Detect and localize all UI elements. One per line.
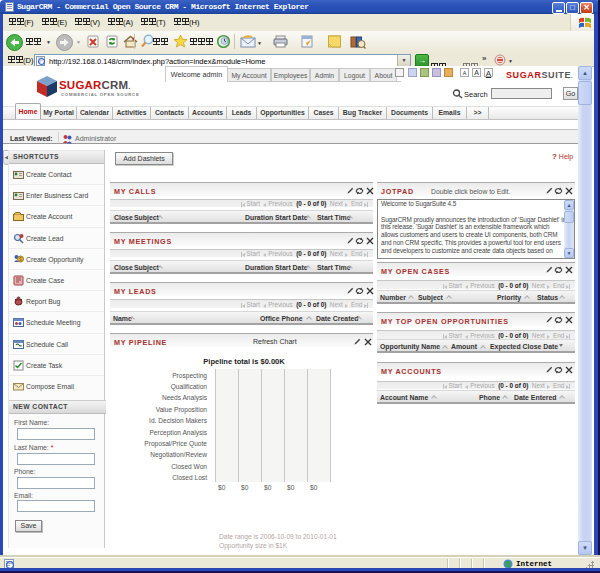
svg-text:$: $ bbox=[19, 256, 22, 262]
